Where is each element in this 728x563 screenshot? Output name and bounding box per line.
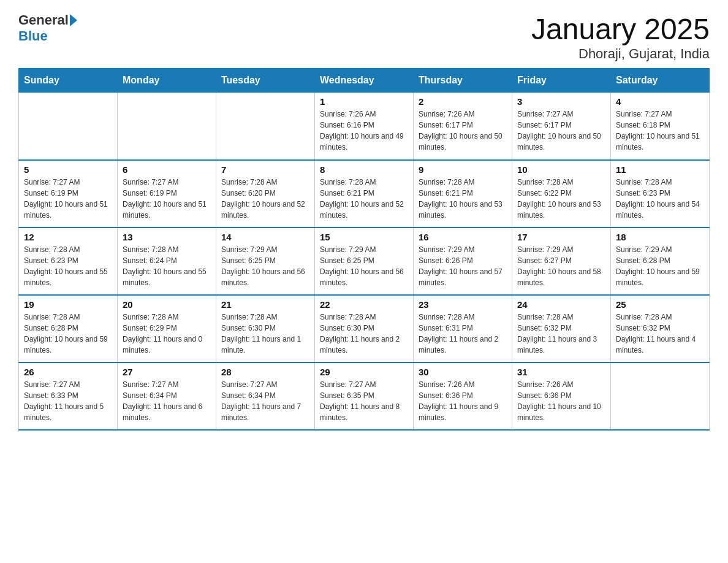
calendar-cell: 10Sunrise: 7:28 AM Sunset: 6:22 PM Dayli… [512, 160, 611, 228]
day-info: Sunrise: 7:27 AM Sunset: 6:18 PM Dayligh… [616, 109, 704, 153]
day-info: Sunrise: 7:29 AM Sunset: 6:25 PM Dayligh… [320, 244, 408, 288]
day-number: 23 [419, 299, 507, 310]
calendar-cell: 16Sunrise: 7:29 AM Sunset: 6:26 PM Dayli… [414, 228, 512, 295]
calendar-cell: 18Sunrise: 7:29 AM Sunset: 6:28 PM Dayli… [611, 228, 710, 295]
day-info: Sunrise: 7:28 AM Sunset: 6:32 PM Dayligh… [616, 312, 704, 356]
logo-blue-text: Blue [18, 28, 48, 44]
day-number: 1 [320, 96, 408, 107]
day-number: 9 [419, 164, 507, 175]
calendar-cell [118, 93, 216, 160]
day-number: 2 [419, 96, 507, 107]
day-number: 27 [123, 367, 211, 377]
calendar-cell: 14Sunrise: 7:29 AM Sunset: 6:25 PM Dayli… [216, 228, 315, 295]
day-info: Sunrise: 7:27 AM Sunset: 6:33 PM Dayligh… [24, 379, 112, 423]
day-info: Sunrise: 7:29 AM Sunset: 6:26 PM Dayligh… [419, 244, 507, 288]
logo-arrow-icon [70, 14, 77, 26]
day-info: Sunrise: 7:28 AM Sunset: 6:30 PM Dayligh… [320, 312, 408, 356]
day-number: 29 [320, 367, 408, 377]
day-number: 20 [123, 299, 211, 310]
calendar-cell: 11Sunrise: 7:28 AM Sunset: 6:23 PM Dayli… [611, 160, 710, 228]
weekday-header-row: SundayMondayTuesdayWednesdayThursdayFrid… [19, 69, 710, 93]
calendar-cell: 2Sunrise: 7:26 AM Sunset: 6:17 PM Daylig… [414, 93, 512, 160]
calendar-cell: 24Sunrise: 7:28 AM Sunset: 6:32 PM Dayli… [512, 295, 611, 362]
weekday-header-tuesday: Tuesday [216, 69, 315, 93]
day-info: Sunrise: 7:27 AM Sunset: 6:19 PM Dayligh… [123, 177, 211, 221]
week-row-1: 1Sunrise: 7:26 AM Sunset: 6:16 PM Daylig… [19, 93, 710, 160]
day-number: 18 [616, 232, 704, 242]
week-row-5: 26Sunrise: 7:27 AM Sunset: 6:33 PM Dayli… [19, 362, 710, 430]
calendar-cell: 20Sunrise: 7:28 AM Sunset: 6:29 PM Dayli… [118, 295, 216, 362]
day-info: Sunrise: 7:27 AM Sunset: 6:35 PM Dayligh… [320, 379, 408, 423]
logo-general-text: General [18, 12, 69, 28]
calendar-cell: 5Sunrise: 7:27 AM Sunset: 6:19 PM Daylig… [19, 160, 118, 228]
calendar-cell: 26Sunrise: 7:27 AM Sunset: 6:33 PM Dayli… [19, 362, 118, 430]
day-number: 28 [221, 367, 309, 377]
calendar-cell: 9Sunrise: 7:28 AM Sunset: 6:21 PM Daylig… [414, 160, 512, 228]
day-info: Sunrise: 7:28 AM Sunset: 6:24 PM Dayligh… [123, 244, 211, 288]
day-info: Sunrise: 7:26 AM Sunset: 6:36 PM Dayligh… [517, 379, 605, 423]
calendar-table: SundayMondayTuesdayWednesdayThursdayFrid… [18, 68, 710, 431]
day-number: 16 [419, 232, 507, 242]
day-info: Sunrise: 7:28 AM Sunset: 6:20 PM Dayligh… [221, 177, 309, 221]
day-info: Sunrise: 7:28 AM Sunset: 6:29 PM Dayligh… [123, 312, 211, 356]
calendar-cell [216, 93, 315, 160]
calendar-cell: 12Sunrise: 7:28 AM Sunset: 6:23 PM Dayli… [19, 228, 118, 295]
calendar-cell: 17Sunrise: 7:29 AM Sunset: 6:27 PM Dayli… [512, 228, 611, 295]
weekday-header-thursday: Thursday [414, 69, 512, 93]
calendar-cell: 19Sunrise: 7:28 AM Sunset: 6:28 PM Dayli… [19, 295, 118, 362]
weekday-header-sunday: Sunday [19, 69, 118, 93]
day-number: 19 [24, 299, 112, 310]
day-number: 13 [123, 232, 211, 242]
logo: General Blue [18, 12, 78, 44]
calendar-title: January 2025 [531, 12, 710, 46]
day-number: 8 [320, 164, 408, 175]
title-section: January 2025 Dhoraji, Gujarat, India [531, 12, 710, 62]
week-row-3: 12Sunrise: 7:28 AM Sunset: 6:23 PM Dayli… [19, 228, 710, 295]
day-number: 12 [24, 232, 112, 242]
day-number: 15 [320, 232, 408, 242]
day-number: 10 [517, 164, 605, 175]
calendar-cell: 28Sunrise: 7:27 AM Sunset: 6:34 PM Dayli… [216, 362, 315, 430]
header: General Blue January 2025 Dhoraji, Gujar… [18, 12, 710, 62]
day-number: 7 [221, 164, 309, 175]
day-info: Sunrise: 7:28 AM Sunset: 6:28 PM Dayligh… [24, 312, 112, 356]
calendar-cell: 22Sunrise: 7:28 AM Sunset: 6:30 PM Dayli… [315, 295, 414, 362]
day-number: 25 [616, 299, 704, 310]
calendar-cell: 25Sunrise: 7:28 AM Sunset: 6:32 PM Dayli… [611, 295, 710, 362]
day-info: Sunrise: 7:26 AM Sunset: 6:17 PM Dayligh… [419, 109, 507, 153]
calendar-cell: 27Sunrise: 7:27 AM Sunset: 6:34 PM Dayli… [118, 362, 216, 430]
calendar-cell: 1Sunrise: 7:26 AM Sunset: 6:16 PM Daylig… [315, 93, 414, 160]
day-number: 4 [616, 96, 704, 107]
calendar-cell: 23Sunrise: 7:28 AM Sunset: 6:31 PM Dayli… [414, 295, 512, 362]
day-info: Sunrise: 7:26 AM Sunset: 6:16 PM Dayligh… [320, 109, 408, 153]
day-number: 30 [419, 367, 507, 377]
weekday-header-monday: Monday [118, 69, 216, 93]
day-number: 17 [517, 232, 605, 242]
calendar-cell [611, 362, 710, 430]
calendar-cell: 15Sunrise: 7:29 AM Sunset: 6:25 PM Dayli… [315, 228, 414, 295]
calendar-subtitle: Dhoraji, Gujarat, India [531, 46, 710, 62]
calendar-cell: 3Sunrise: 7:27 AM Sunset: 6:17 PM Daylig… [512, 93, 611, 160]
day-info: Sunrise: 7:28 AM Sunset: 6:21 PM Dayligh… [419, 177, 507, 221]
day-number: 6 [123, 164, 211, 175]
week-row-4: 19Sunrise: 7:28 AM Sunset: 6:28 PM Dayli… [19, 295, 710, 362]
calendar-cell: 31Sunrise: 7:26 AM Sunset: 6:36 PM Dayli… [512, 362, 611, 430]
day-info: Sunrise: 7:28 AM Sunset: 6:22 PM Dayligh… [517, 177, 605, 221]
day-number: 21 [221, 299, 309, 310]
calendar-cell [19, 93, 118, 160]
day-info: Sunrise: 7:27 AM Sunset: 6:34 PM Dayligh… [123, 379, 211, 423]
day-number: 22 [320, 299, 408, 310]
day-number: 24 [517, 299, 605, 310]
calendar-cell: 7Sunrise: 7:28 AM Sunset: 6:20 PM Daylig… [216, 160, 315, 228]
day-info: Sunrise: 7:27 AM Sunset: 6:17 PM Dayligh… [517, 109, 605, 153]
calendar-cell: 6Sunrise: 7:27 AM Sunset: 6:19 PM Daylig… [118, 160, 216, 228]
day-number: 31 [517, 367, 605, 377]
weekday-header-friday: Friday [512, 69, 611, 93]
day-info: Sunrise: 7:29 AM Sunset: 6:27 PM Dayligh… [517, 244, 605, 288]
day-info: Sunrise: 7:29 AM Sunset: 6:28 PM Dayligh… [616, 244, 704, 288]
calendar-cell: 8Sunrise: 7:28 AM Sunset: 6:21 PM Daylig… [315, 160, 414, 228]
day-number: 26 [24, 367, 112, 377]
day-number: 14 [221, 232, 309, 242]
day-info: Sunrise: 7:28 AM Sunset: 6:21 PM Dayligh… [320, 177, 408, 221]
day-info: Sunrise: 7:27 AM Sunset: 6:19 PM Dayligh… [24, 177, 112, 221]
